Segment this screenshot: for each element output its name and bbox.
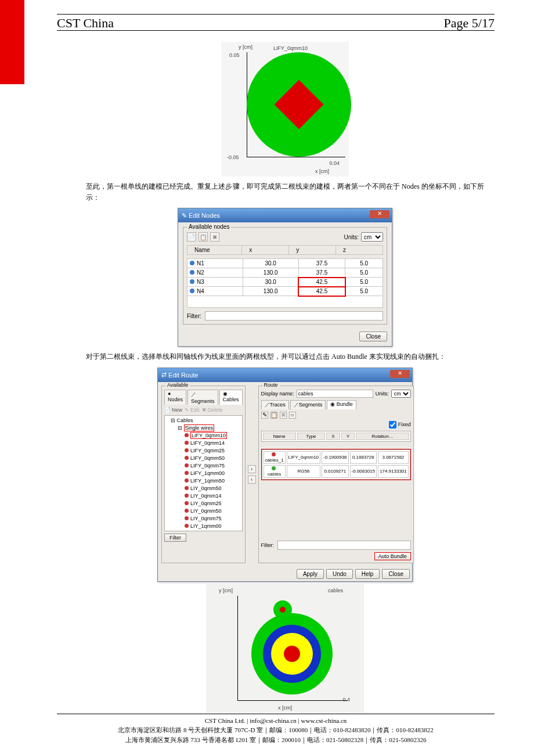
close-icon[interactable]: ✕ — [390, 370, 410, 378]
page-header: CST China Page 5/17 — [57, 14, 495, 29]
units-label: Units: — [376, 391, 389, 397]
units-select[interactable]: cm — [361, 232, 383, 242]
route-table: NameTypeXYRotation… — [261, 431, 411, 442]
tab-segments2[interactable]: ／Segments — [290, 400, 326, 409]
plot2-x-tick: 0.4 — [342, 697, 350, 703]
route-table-body: cables_1LIFY_0qmm10-0.19009380.18837283.… — [262, 449, 410, 480]
tab-bundle[interactable]: ◉ Bundle — [327, 400, 356, 409]
edit-route-dialog: ⇄ Edit Route ✕ Available ● Nodes ／Segmen… — [157, 368, 413, 582]
delete-button[interactable]: ✖ Delete — [202, 407, 223, 413]
col-x[interactable]: x — [242, 246, 289, 255]
plot2-wire — [273, 600, 292, 619]
fieldset-legend: Available nodes — [187, 224, 231, 230]
route-pane: Route Display name: Units: cm ／Traces ／S… — [258, 386, 414, 563]
filter-input[interactable] — [277, 541, 411, 550]
units-select[interactable]: cm — [391, 390, 411, 398]
table-row: N4130.042.55.0 — [187, 287, 383, 296]
move-right-button[interactable]: › — [248, 465, 256, 473]
display-name-input[interactable] — [297, 390, 373, 398]
display-name-label: Display name: — [261, 391, 294, 397]
paragraph-2: 对于第二根线束，选择单线和同轴线作为线束里面的两根线型，并可以通过点击 Auto… — [86, 351, 484, 362]
available-nodes-group: Available nodes 📄 📋 ✖ Units: cm Nam — [183, 227, 387, 325]
fixed-checkbox[interactable] — [389, 421, 396, 429]
header-left: CST China — [57, 16, 114, 29]
tool-icon[interactable]: ✖ — [280, 412, 287, 419]
cable-tree[interactable]: ⊟ Cables ⊟ Single wires LIFY_0qmm10 LIFY… — [164, 415, 243, 531]
red-margin-tab — [0, 0, 24, 84]
delete-icon[interactable]: ✖ — [210, 232, 219, 242]
plot2-xlabel: x [cm] — [278, 705, 292, 711]
table-row: N2130.037.55.0 — [187, 268, 383, 278]
header-right: Page 5/17 — [444, 16, 495, 29]
filter-button[interactable]: Filter — [164, 534, 186, 542]
tab-cables[interactable]: ◉ Cables — [219, 390, 243, 405]
plot1-x-tick: 0.04 — [329, 160, 340, 166]
dialog-titlebar[interactable]: ✎ Edit Nodes ✕ — [178, 208, 392, 222]
table-row: N330.042.55.0 — [187, 278, 383, 287]
plot1-y-bot: -0.05 — [227, 154, 239, 160]
help-button[interactable]: Help — [355, 569, 380, 579]
close-icon[interactable]: ✕ — [370, 210, 389, 218]
dialog-title: Edit Route — [168, 372, 198, 379]
tab-nodes[interactable]: ● Nodes — [164, 390, 186, 405]
dialog-title: Edit Nodes — [189, 212, 220, 219]
copy-icon[interactable]: 📋 — [199, 232, 208, 242]
close-button[interactable]: Close — [359, 332, 387, 341]
col-name[interactable]: Name — [187, 246, 242, 255]
footer-line-3: 上海市黄浦区复兴东路 733 号香港名都 1201 室｜邮编：200010｜电话… — [57, 735, 495, 745]
move-left-button[interactable]: ‹ — [248, 476, 256, 484]
filter-input[interactable] — [205, 311, 383, 321]
tool-icon[interactable]: 📋 — [270, 412, 277, 419]
plot1-xlabel: x [cm] — [315, 168, 329, 174]
route-icon: ⇄ — [161, 371, 167, 379]
edit-button[interactable]: ✎ Edit — [185, 407, 200, 413]
tool-icon[interactable]: ○ — [289, 412, 296, 419]
wand-icon: ✎ — [182, 212, 187, 219]
footer-line-1: CST China Ltd. | info@cst-china.cn | www… — [57, 716, 495, 726]
col-y[interactable]: y — [289, 246, 336, 255]
plot-cables: y [cm] cables 0.4 x [cm] — [206, 584, 364, 713]
plot-lify: y [cm] LIFY_0qmm10 0.05 -0.05 0.04 x [cm… — [221, 42, 349, 177]
plot1-title: LIFY_0qmm10 — [273, 45, 308, 51]
dialog-titlebar[interactable]: ⇄ Edit Route ✕ — [158, 368, 412, 382]
plot1-circle-outer — [247, 52, 351, 157]
filter-label: Filter: — [187, 313, 201, 319]
table-row: N130.037.55.0 — [187, 259, 383, 268]
undo-button[interactable]: Undo — [326, 569, 353, 579]
tab-segments[interactable]: ／Segments — [187, 390, 218, 405]
paragraph-1: 至此，第一根单线的建模已经完成。重复上述步骤，即可完成第二根线束的建模，两者第一… — [86, 181, 484, 203]
plot2-title: cables — [328, 588, 343, 593]
page-footer: CST China Ltd. | info@cst-china.cn | www… — [57, 716, 495, 745]
available-pane: Available ● Nodes ／Segments ◉ Cables 📄 N… — [161, 386, 246, 563]
footer-rule — [57, 714, 495, 714]
header-rule — [57, 30, 495, 31]
apply-button[interactable]: Apply — [297, 569, 324, 579]
plot1-core — [275, 80, 324, 129]
plot1-ylabel: y [cm] — [239, 44, 252, 50]
plot2-ylabel: y [cm] — [219, 588, 233, 593]
nodes-table-body: N130.037.55.0 N2130.037.55.0 N330.042.55… — [187, 258, 383, 308]
new-button[interactable]: 📄 New — [164, 407, 182, 413]
footer-line-2: 北京市海淀区彩和坊路 8 号天创科技大厦 707C-D 室｜邮编：100080｜… — [57, 725, 495, 735]
tab-traces[interactable]: ／Traces — [261, 400, 289, 409]
table-row: cables_1LIFY_0qmm10-0.19009380.18837283.… — [264, 451, 409, 464]
edit-nodes-dialog: ✎ Edit Nodes ✕ Available nodes 📄 📋 ✖ Uni… — [178, 208, 392, 347]
nodes-table: Name x y z — [187, 245, 383, 255]
new-icon[interactable]: 📄 — [187, 232, 196, 242]
auto-bundle-button[interactable]: Auto Bundle — [374, 552, 411, 560]
tool-icon[interactable]: ✎ — [261, 412, 268, 419]
plot1-y-top: 0.05 — [229, 52, 240, 58]
table-row: cablesRG580.0109271-0.0083015174.9133301 — [264, 465, 409, 478]
units-label: Units: — [344, 234, 359, 240]
close-button[interactable]: Close — [382, 569, 410, 579]
plot2-coax — [251, 613, 333, 694]
col-z[interactable]: z — [336, 246, 383, 255]
